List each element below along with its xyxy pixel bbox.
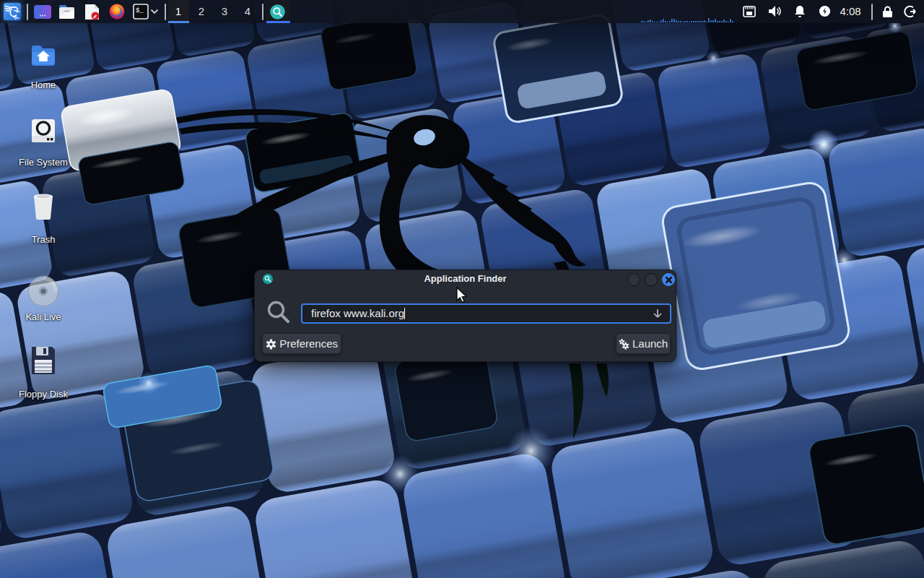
svg-text:$_: $_ — [136, 7, 144, 14]
